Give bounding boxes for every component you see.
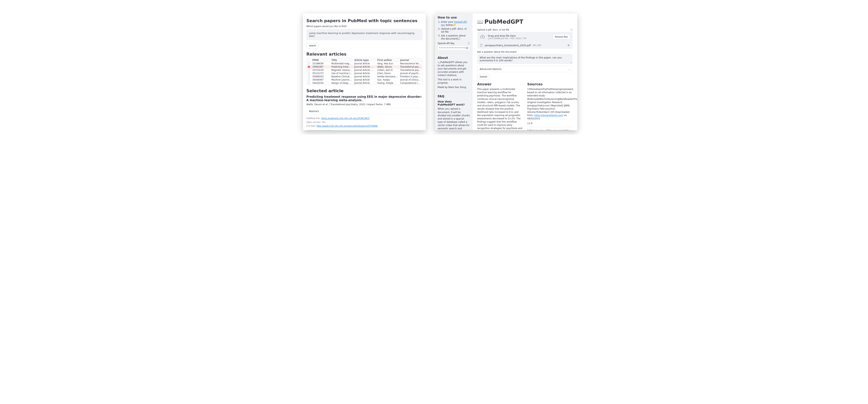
row-checkbox[interactable]	[308, 76, 310, 77]
pubmed-link[interactable]: https://pubmed.ncbi.nlm.nih.gov/35961967…	[321, 117, 370, 120]
book-icon: 📖	[477, 19, 483, 25]
file-icon	[479, 43, 483, 47]
page-title: Search papers in PubMed with topic sente…	[306, 18, 422, 23]
download-pmc-button[interactable]: download from PMC	[306, 130, 333, 130]
relevant-articles-heading: Relevant articles	[306, 52, 422, 57]
howto-steps: Enter your OpenAI API key below🔑 Upload …	[438, 21, 470, 40]
row-checkbox[interactable]	[308, 69, 310, 71]
fulltext-row: Full text: http://www.ncbi.nlm.nih.gov/p…	[306, 125, 422, 127]
row-checkbox[interactable]	[308, 79, 310, 81]
abstract-expander[interactable]: Abstract	[306, 108, 422, 114]
table-header-row: PMID Title Article type First author Jou…	[307, 58, 422, 62]
uploaded-file-name: jamapsychiatry_koutsouleris_2020.pdf	[485, 44, 531, 47]
remove-file-icon[interactable]: ✕	[566, 43, 570, 47]
sources-heading: Sources	[527, 82, 573, 86]
help-icon[interactable]: ?	[467, 42, 470, 44]
source-block: 13Itisnoteworthythattheirprognoseswere b…	[527, 88, 573, 120]
col-journal: Journal	[399, 59, 422, 62]
about-heading: About	[438, 56, 470, 60]
selected-article-title: Predicting treatment response using EEG …	[306, 95, 422, 102]
howto-step: Ask a question about the document💬	[441, 34, 470, 40]
divider	[527, 127, 573, 127]
search-button[interactable]: search	[306, 43, 319, 48]
uploaded-file-size: 481.2KB	[533, 44, 541, 46]
question-input[interactable]: What are the main implications of the fi…	[477, 54, 573, 64]
row-checkbox[interactable]	[308, 66, 310, 68]
about-text: 📖PubMedGPT allows you to ask questions a…	[438, 61, 470, 77]
source-block: 11-9	[527, 122, 573, 125]
row-checkbox[interactable]	[308, 63, 310, 65]
open-access-row: Open access: Yes	[306, 121, 422, 124]
submit-button[interactable]: Submit	[477, 74, 490, 79]
api-key-input[interactable]: ••••••••••••••••••••••••••••••••••••••••…	[439, 46, 466, 49]
pubmed-search-panel: Search papers in PubMed with topic sente…	[303, 13, 426, 130]
articles-table: PMID Title Article type First author Jou…	[306, 58, 422, 85]
about-text: Made by Mark Sen Dong	[438, 86, 470, 89]
about-text: This tool is a work in progress.	[438, 78, 470, 85]
faq-heading: FAQ	[438, 95, 470, 98]
howto-step: Enter your OpenAI API key below🔑	[441, 21, 470, 27]
advanced-options-expander[interactable]: Advanced Options ⌄	[477, 66, 573, 72]
query-input[interactable]: using machine learning to predict depres…	[306, 29, 422, 40]
table-row[interactable]: 35121273 Use of machine learning in … Jo…	[307, 72, 422, 75]
sidebar: How to use Enter your OpenAI API key bel…	[435, 13, 473, 130]
howto-heading: How to use	[438, 16, 470, 19]
col-pmid: PMID	[311, 59, 330, 62]
file-uploader: Drag and drop file here Limit 200MB per …	[477, 32, 573, 49]
answer-heading: Answer	[477, 82, 523, 86]
fulltext-link[interactable]: http://www.ncbi.nlm.nih.gov/pmc/articles…	[317, 125, 378, 127]
question-label: Ask a question about the document	[477, 50, 573, 53]
app-title: 📖PubMedGPT	[477, 18, 573, 25]
cloud-upload-icon	[479, 34, 486, 40]
main-content: 📖PubMedGPT Upload a pdf, docx, or txt fi…	[473, 13, 577, 130]
table-row[interactable]: 35961967 Predicting treatment respo… Jou…	[307, 65, 422, 69]
uploaded-file-row: jamapsychiatry_koutsouleris_2020.pdf 481…	[477, 42, 573, 49]
answer-text: This paper presents a multimodal machine…	[477, 88, 523, 130]
col-title: Title	[330, 59, 353, 62]
table-row[interactable]: 34049367 Machine Learning to Classif… Jo…	[307, 78, 422, 81]
source-block: Critical revision of the manuscript for …	[527, 129, 573, 130]
col-type: Article type	[353, 59, 376, 62]
pubmedgpt-panel: How to use Enter your OpenAI API key bel…	[435, 13, 577, 130]
source-link[interactable]: https://jamanetwork.com/	[534, 114, 563, 117]
faq-answer: When you upload a document, it will be d…	[438, 107, 470, 130]
api-key-label: OpenAI API Key	[438, 42, 455, 45]
eye-icon[interactable]	[466, 46, 469, 49]
dropzone-subtitle: Limit 200MB per file • PDF, DOCX, TXT	[488, 37, 553, 39]
table-row[interactable]: 34422034 Design of Deep Learning Mo… Jou…	[307, 81, 422, 85]
browse-files-button[interactable]: Browse files	[553, 34, 570, 39]
howto-step: Upload a pdf, docx, or txt file📄	[441, 27, 470, 34]
api-key-input-wrap: ••••••••••••••••••••••••••••••••••••••••…	[438, 45, 470, 50]
col-author: First author	[376, 59, 399, 62]
upload-label: Upload a pdf, docx, or txt file	[477, 28, 509, 31]
help-icon[interactable]: ?	[570, 29, 573, 31]
selected-article-heading: Selected article	[306, 89, 422, 93]
chevron-down-icon: ⌄	[568, 68, 570, 70]
svg-point-0	[467, 47, 467, 48]
selected-article-meta: Watts, Devon et al. | Translational psyc…	[306, 103, 422, 106]
faq-question: How does PubMedGPT work?	[438, 100, 470, 106]
query-label: Which papers would you like to find?	[306, 25, 422, 28]
table-row[interactable]: 35669263 Baseline Clinical and Neuro… Jo…	[307, 75, 422, 78]
row-checkbox[interactable]	[308, 82, 310, 84]
table-row[interactable]: 33723229 Magnetic resonance imagin… Jour…	[307, 69, 422, 72]
row-checkbox[interactable]	[308, 72, 310, 74]
pubmed-link-row: PubMed link: https://pubmed.ncbi.nlm.nih…	[306, 117, 422, 120]
dropzone-title: Drag and drop file here	[488, 34, 553, 37]
table-row[interactable]: 33166636 Multimodal magnetic reson… Jour…	[307, 62, 422, 65]
